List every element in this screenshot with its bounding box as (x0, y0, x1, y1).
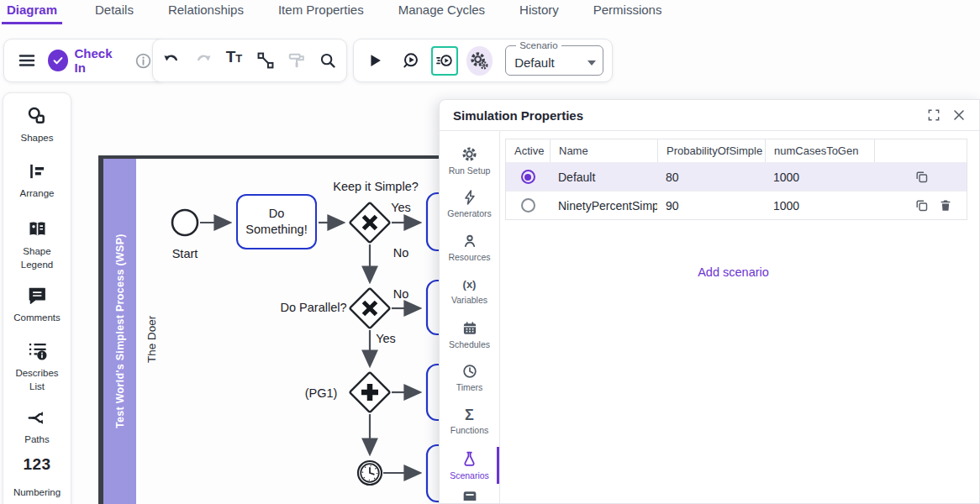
column-header-name: Name (550, 139, 657, 162)
cell-name: NinetyPercentSimple (550, 199, 657, 213)
sidebar-item-describes-list[interactable]: Describes List (3, 339, 71, 393)
diagram-tool-sidebar: Shapes Arrange Shape Legend Comments Des… (3, 92, 71, 504)
nav-item-label: Resources (448, 252, 490, 262)
sidebar-item-label: Describes List (9, 366, 65, 393)
gateway-keep-it-simple[interactable] (350, 202, 390, 243)
timer-event[interactable] (358, 461, 382, 485)
start-event-label: Start (172, 247, 198, 260)
calendar-icon (461, 320, 478, 337)
gateway1-question-label: Keep it Simple? (333, 180, 419, 193)
person-icon (461, 233, 478, 249)
sidebar-item-label: Shapes (20, 131, 53, 144)
radio-selected[interactable] (521, 170, 535, 184)
dialog-side-nav: Run Setup Generators Resources (x) Varia… (440, 131, 500, 503)
table-header-row: Active Name ProbabilityOfSimple numCases… (506, 139, 967, 162)
nav-item-label: Timers (456, 382, 483, 392)
copy-icon[interactable] (914, 170, 929, 184)
sidebar-item-comments[interactable]: Comments (3, 285, 71, 324)
describes-list-icon (26, 339, 49, 362)
copy-icon[interactable] (914, 198, 929, 213)
column-header-numcases: numCasesToGen (765, 139, 874, 162)
gateway1-no-label: No (393, 246, 409, 260)
sidebar-item-numbering[interactable]: 123 Numbering (3, 456, 71, 499)
nav-item-resources[interactable]: Resources (440, 226, 499, 270)
sidebar-item-shape-legend[interactable]: Shape Legend (3, 218, 71, 271)
sidebar-item-arrange[interactable]: Arrange (3, 160, 71, 200)
nav-item-timers[interactable]: Timers (440, 356, 499, 400)
nav-item-label: Generators (447, 208, 492, 218)
task-do-something[interactable]: Do Something! (236, 194, 317, 249)
expand-icon[interactable] (927, 108, 940, 122)
sequence-flows (200, 223, 419, 473)
radio-unselected[interactable] (521, 198, 535, 213)
sidebar-item-label: Numbering (13, 486, 61, 499)
delete-trash-icon[interactable] (939, 198, 952, 213)
sidebar-item-label: Paths (24, 433, 49, 446)
nav-item-label: Functions (450, 425, 489, 435)
cell-numcases: 1000 (765, 199, 874, 213)
comments-icon (26, 285, 48, 307)
cell-probability: 80 (657, 171, 765, 184)
nav-item-scenarios[interactable]: Scenarios (440, 444, 499, 487)
arrange-icon (26, 160, 48, 182)
nav-item-generators[interactable]: Generators (440, 182, 499, 226)
nav-item-schedules[interactable]: Schedules (440, 312, 499, 356)
nav-item-variables[interactable]: (x) Variables (440, 269, 499, 312)
numbering-123-icon: 123 (23, 456, 50, 473)
run-setup-gear-icon (461, 145, 478, 163)
dialog-content: Active Name ProbabilityOfSimple numCases… (501, 131, 979, 503)
table-row[interactable]: Default 80 1000 (506, 162, 967, 191)
cell-probability: 90 (657, 199, 765, 213)
flask-icon (461, 450, 478, 468)
nav-item-label: Scenarios (450, 470, 489, 480)
sidebar-item-label: Comments (13, 311, 61, 324)
start-event[interactable] (172, 210, 198, 235)
column-header-actions (874, 139, 967, 162)
gateway-do-parallel[interactable] (350, 288, 390, 328)
nav-item-label: Variables (451, 295, 487, 305)
paths-icon (26, 407, 48, 428)
dialog-header: Simulation Properties (440, 100, 979, 131)
dialog-title: Simulation Properties (453, 108, 915, 123)
gateway1-yes-label: Yes (391, 201, 411, 214)
gateway2-yes-label: Yes (376, 332, 396, 345)
table-row[interactable]: NinetyPercentSimple 90 1000 (506, 191, 967, 219)
clock-icon (461, 363, 478, 380)
nav-item-functions[interactable]: Σ Functions (440, 400, 499, 444)
lightning-icon (461, 189, 478, 206)
nav-item-label: Schedules (449, 339, 490, 349)
sigma-icon: Σ (465, 407, 474, 423)
gateway2-question-label: Do Parallel? (281, 301, 347, 314)
nav-item-partial[interactable] (440, 487, 499, 504)
sidebar-item-label: Arrange (20, 186, 55, 200)
parallel-gateway-pg1[interactable] (350, 372, 390, 412)
column-header-active: Active (506, 139, 550, 162)
partial-panel-icon (461, 489, 479, 501)
sidebar-item-paths[interactable]: Paths (3, 407, 71, 446)
nav-item-label: Run Setup (449, 165, 491, 176)
parallel-gateway-label: (PG1) (305, 386, 338, 400)
simulation-properties-dialog: Simulation Properties Run Setup Generato… (439, 99, 980, 504)
scenario-table: Active Name ProbabilityOfSimple numCases… (505, 139, 967, 220)
shapes-icon (26, 105, 48, 127)
gateway2-no-label: No (393, 287, 409, 301)
app-window: Diagram Details Relationships Item Prope… (0, 0, 980, 504)
close-icon[interactable] (952, 108, 966, 122)
variables-icon: (x) (463, 277, 477, 292)
column-header-probability: ProbabilityOfSimple (657, 139, 765, 162)
cell-name: Default (550, 171, 657, 184)
sidebar-item-shapes[interactable]: Shapes (3, 105, 71, 144)
add-scenario-link[interactable]: Add scenario (501, 265, 966, 279)
sidebar-item-label: Shape Legend (9, 244, 65, 271)
shape-legend-icon (26, 218, 49, 240)
nav-item-run-setup[interactable]: Run Setup (440, 139, 499, 182)
cell-numcases: 1000 (765, 171, 874, 184)
